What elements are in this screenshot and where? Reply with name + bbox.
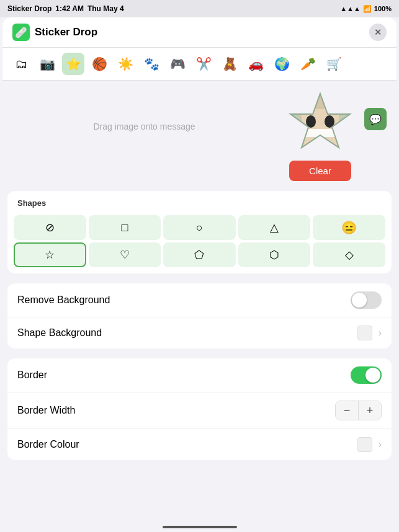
remove-background-item: Remove Background: [7, 283, 392, 317]
status-bar: Sticker Drop 1:42 AM Thu May 4 ▲▲▲ 📶 100…: [0, 0, 399, 17]
shape-background-label: Shape Background: [17, 327, 102, 339]
paw-icon[interactable]: 🐾: [140, 53, 163, 75]
folder-icon[interactable]: 🗂: [10, 53, 32, 75]
border-item: Border: [7, 358, 392, 392]
settings-section: Remove Background Shape Background ›: [7, 283, 392, 348]
close-button[interactable]: ✕: [369, 24, 387, 41]
shapes-grid: ⊘ □ ○ △ 😑 ☆ ♡ ⬠ ⬡ ◇: [7, 211, 392, 273]
home-indicator: [163, 526, 237, 528]
image-preview-container: Clear: [286, 91, 354, 181]
drag-label: Drag image onto message: [12, 91, 276, 131]
shape-background-chevron: ›: [379, 327, 382, 339]
options-icon[interactable]: 💬: [364, 108, 387, 130]
basketball-icon[interactable]: 🏀: [88, 53, 110, 75]
modal-title-container: 🩹 Sticker Drop: [12, 24, 97, 41]
circle-shape-button[interactable]: ○: [163, 215, 236, 240]
heart-shape-button[interactable]: ♡: [89, 242, 161, 267]
main-modal: 🩹 Sticker Drop ✕ 🗂 📷 ⭐ 🏀 ☀️ 🐾 🎮 ✂️ 🧸 🚗 🌍…: [2, 17, 397, 532]
status-left: Sticker Drop 1:42 AM Thu May 4: [7, 4, 124, 13]
earth-icon[interactable]: 🌍: [271, 53, 293, 75]
options-symbol: 💬: [369, 113, 382, 125]
modal-title-text: Sticker Drop: [35, 26, 97, 38]
app-icon-symbol: 🩹: [15, 27, 27, 38]
gamepad-icon[interactable]: 🎮: [166, 53, 189, 75]
border-toggle[interactable]: [351, 366, 382, 384]
app-icon: 🩹: [12, 24, 30, 41]
battery-display: 100%: [374, 5, 392, 12]
cart-icon[interactable]: 🛒: [323, 53, 345, 75]
time-display: 1:42 AM: [55, 4, 84, 13]
border-width-item: Border Width − +: [7, 392, 392, 429]
remove-background-toggle[interactable]: [351, 291, 382, 309]
day-display: Thu May 4: [87, 4, 124, 13]
wifi-icon: 📶: [363, 5, 372, 13]
border-width-label: Border Width: [17, 405, 75, 416]
clear-button[interactable]: Clear: [289, 161, 351, 181]
svg-rect-7: [302, 137, 339, 156]
modal-header: 🩹 Sticker Drop ✕: [2, 17, 397, 48]
car-icon[interactable]: 🚗: [244, 53, 267, 75]
scissors-icon[interactable]: ✂️: [192, 53, 215, 75]
star-shape-button[interactable]: ☆: [14, 242, 86, 267]
bear-icon[interactable]: 🧸: [218, 53, 241, 75]
carrot-icon[interactable]: 🥕: [297, 53, 319, 75]
face-shape-button[interactable]: 😑: [313, 215, 385, 240]
status-right: ▲▲▲ 📶 100%: [340, 5, 392, 13]
shapes-section: Shapes ⊘ □ ○ △ 😑 ☆ ♡ ⬠ ⬡ ◇: [7, 191, 392, 273]
shape-background-color-row: ›: [357, 326, 382, 340]
border-colour-chip: [357, 437, 372, 452]
hexagon-shape-button[interactable]: ⬡: [238, 242, 311, 267]
toggle-knob: [352, 293, 367, 308]
none-shape-button[interactable]: ⊘: [14, 215, 86, 240]
border-label: Border: [17, 370, 47, 381]
border-colour-chevron: ›: [379, 439, 382, 450]
toolbar: 🗂 📷 ⭐ 🏀 ☀️ 🐾 🎮 ✂️ 🧸 🚗 🌍 🥕 🛒: [2, 48, 397, 81]
border-colour-item[interactable]: Border Colour ›: [7, 429, 392, 460]
decrement-button[interactable]: −: [336, 401, 358, 420]
sun-icon[interactable]: ☀️: [114, 53, 137, 75]
square-shape-button[interactable]: □: [89, 215, 161, 240]
diamond-shape-button[interactable]: ◇: [313, 242, 385, 267]
content-area: Drag image onto message: [2, 81, 397, 191]
triangle-shape-button[interactable]: △: [238, 215, 311, 240]
remove-background-label: Remove Background: [17, 295, 110, 306]
border-colour-label: Border Colour: [17, 439, 79, 450]
camera-icon[interactable]: 📷: [36, 53, 58, 75]
app-name-status: Sticker Drop: [7, 4, 52, 13]
border-width-stepper: − +: [335, 401, 382, 420]
border-toggle-knob: [365, 368, 380, 383]
shapes-section-title: Shapes: [7, 191, 392, 211]
increment-button[interactable]: +: [359, 401, 381, 420]
shape-background-color-chip: [357, 326, 372, 340]
star-icon[interactable]: ⭐: [62, 53, 84, 75]
signal-icon: ▲▲▲: [340, 5, 361, 12]
border-section: Border Border Width − + Border Colour ›: [7, 358, 392, 460]
border-colour-color-row: ›: [357, 437, 382, 452]
shape-background-item[interactable]: Shape Background ›: [7, 317, 392, 348]
star-shape-preview: [286, 91, 354, 156]
pentagon-shape-button[interactable]: ⬠: [163, 242, 236, 267]
